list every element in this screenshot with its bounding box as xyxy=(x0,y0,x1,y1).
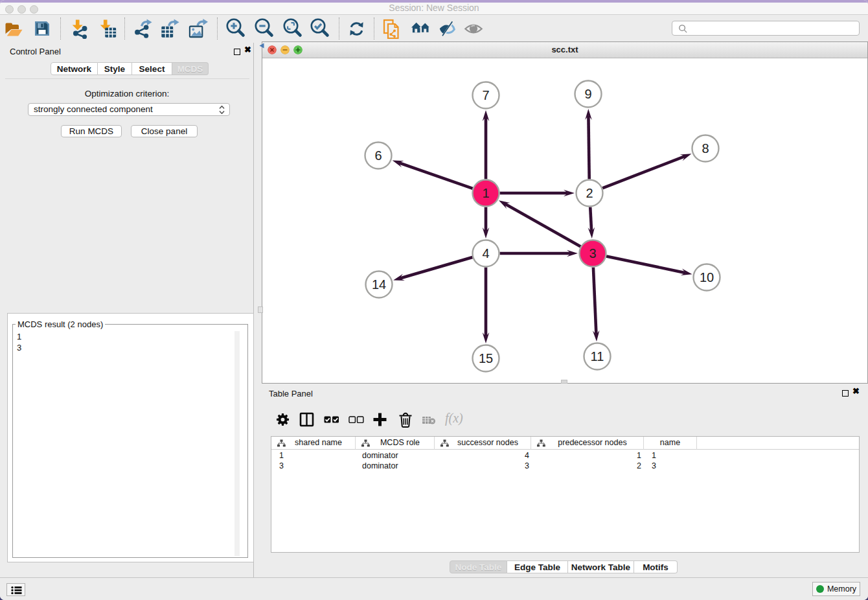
svg-text:6: 6 xyxy=(374,148,382,163)
svg-text:10: 10 xyxy=(700,270,714,284)
svg-text:3: 3 xyxy=(589,246,596,260)
svg-text:1: 1 xyxy=(482,186,489,200)
svg-text:15: 15 xyxy=(479,351,493,365)
svg-text:4: 4 xyxy=(482,246,489,260)
svg-text:11: 11 xyxy=(591,349,604,363)
svg-text:9: 9 xyxy=(584,87,591,101)
svg-text:8: 8 xyxy=(702,141,709,156)
svg-text:14: 14 xyxy=(372,277,386,292)
svg-text:7: 7 xyxy=(482,88,489,102)
svg-text:2: 2 xyxy=(586,186,593,200)
